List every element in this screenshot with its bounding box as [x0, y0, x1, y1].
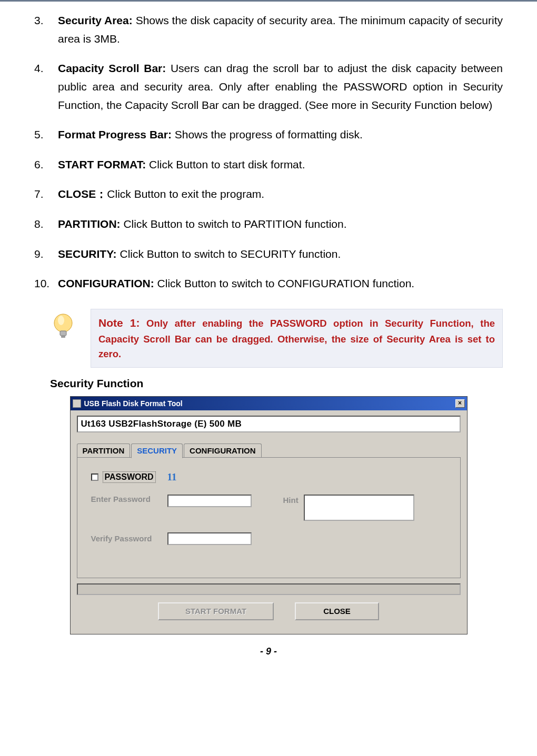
dialog-body: Ut163 USB2FlashStorage (E) 500 MB PARTIT… [71, 410, 467, 634]
list-text: SECURITY: Click Button to switch to SECU… [58, 245, 503, 264]
list-bold: SECURITY: [58, 248, 117, 260]
tab-panel-security: PASSWORD 11 Enter Password Hint Verify P… [77, 457, 461, 578]
numbered-list: 3. Security Area: Shows the disk capacit… [34, 12, 503, 293]
list-item: 8. PARTITION: Click Button to switch to … [34, 215, 503, 234]
top-rule [0, 0, 537, 2]
close-button[interactable]: CLOSE [295, 602, 379, 620]
list-text: CLOSE：Click Button to exit the program. [58, 185, 503, 204]
list-bold: CONFIGURATION: [58, 277, 154, 289]
list-rest: Click Button to switch to PARTITION func… [121, 218, 347, 230]
list-item: 10. CONFIGURATION: Click Button to switc… [34, 275, 503, 293]
list-text: CONFIGURATION: Click Button to switch to… [58, 275, 503, 293]
list-number: 7. [34, 185, 58, 204]
page-content: 3. Security Area: Shows the disk capacit… [0, 12, 537, 657]
list-number: 4. [34, 59, 58, 114]
note-text: Only after enabling the PASSWORD option … [98, 318, 495, 359]
section-heading: Security Function [50, 377, 503, 390]
password-label: PASSWORD [103, 471, 156, 483]
svg-rect-2 [60, 331, 66, 336]
close-icon[interactable]: × [455, 399, 465, 408]
list-bold: Security Area: [58, 14, 133, 26]
note-label: Note 1: [98, 317, 140, 329]
titlebar: USB Flash Disk Format Tool × [71, 397, 467, 410]
format-tool-dialog: USB Flash Disk Format Tool × Ut163 USB2F… [70, 396, 468, 634]
enter-password-label: Enter Password [91, 495, 167, 503]
list-number: 10. [34, 275, 58, 293]
list-text: Security Area: Shows the disk capacity o… [58, 12, 503, 48]
note-box: Note 1: Only after enabling the PASSWORD… [91, 309, 503, 368]
list-rest: Shows the progress of formatting disk. [172, 128, 363, 140]
list-rest: Click Button to switch to SECURITY funct… [117, 248, 341, 260]
tabs: PARTITION SECURITY CONFIGURATION [77, 443, 461, 458]
list-rest: Click Button to exit the program. [107, 188, 264, 200]
start-format-button[interactable]: START FORMAT [158, 602, 274, 620]
list-text: START FORMAT: Click Button to start disk… [58, 156, 503, 174]
tab-configuration[interactable]: CONFIGURATION [184, 443, 262, 458]
list-bold: PARTITION: [58, 218, 121, 230]
tabs-wrap: PARTITION SECURITY CONFIGURATION PASSWOR… [77, 443, 461, 578]
verify-password-row: Verify Password [91, 532, 450, 545]
list-number: 8. [34, 215, 58, 234]
list-bold: Format Progress Bar: [58, 128, 172, 140]
list-rest: Click Button to start disk format. [146, 158, 305, 170]
tab-security[interactable]: SECURITY [131, 443, 183, 458]
list-bold: CLOSE： [58, 188, 107, 200]
password-row: PASSWORD 11 [91, 471, 450, 483]
list-item: 7. CLOSE：Click Button to exit the progra… [34, 185, 503, 204]
list-text: Capacity Scroll Bar: Users can drag the … [58, 59, 503, 114]
verify-password-label: Verify Password [91, 534, 167, 543]
window-title: USB Flash Disk Format Tool [84, 399, 183, 408]
list-number: 6. [34, 156, 58, 174]
list-rest: Click Button to switch to CONFIGURATION … [154, 277, 414, 289]
annotation-11: 11 [167, 471, 177, 483]
list-number: 5. [34, 126, 58, 144]
hint-input[interactable] [304, 495, 414, 521]
button-row: START FORMAT CLOSE [77, 602, 461, 627]
page-number: - 9 - [34, 646, 503, 657]
svg-point-1 [58, 316, 64, 325]
list-item: 3. Security Area: Shows the disk capacit… [34, 12, 503, 48]
device-combo[interactable]: Ut163 USB2FlashStorage (E) 500 MB [77, 416, 461, 432]
list-bold: START FORMAT: [58, 158, 146, 170]
hint-label: Hint [283, 495, 299, 505]
list-item: 6. START FORMAT: Click Button to start d… [34, 156, 503, 174]
enter-password-input[interactable] [167, 495, 252, 507]
format-progress-bar [77, 583, 461, 595]
password-checkbox[interactable] [91, 473, 98, 481]
list-text: PARTITION: Click Button to switch to PAR… [58, 215, 503, 234]
list-item: 9. SECURITY: Click Button to switch to S… [34, 245, 503, 264]
lightbulb-icon [47, 309, 79, 346]
list-number: 9. [34, 245, 58, 264]
app-icon [73, 399, 81, 408]
list-number: 3. [34, 12, 58, 48]
list-text: Format Progress Bar: Shows the progress … [58, 126, 503, 144]
list-item: 4. Capacity Scroll Bar: Users can drag t… [34, 59, 503, 114]
list-item: 5. Format Progress Bar: Shows the progre… [34, 126, 503, 144]
svg-rect-3 [61, 336, 65, 338]
tab-partition[interactable]: PARTITION [77, 443, 131, 458]
note-row: Note 1: Only after enabling the PASSWORD… [34, 309, 503, 368]
verify-password-input[interactable] [167, 532, 252, 545]
list-bold: Capacity Scroll Bar: [58, 62, 166, 74]
enter-password-row: Enter Password Hint [91, 495, 450, 521]
